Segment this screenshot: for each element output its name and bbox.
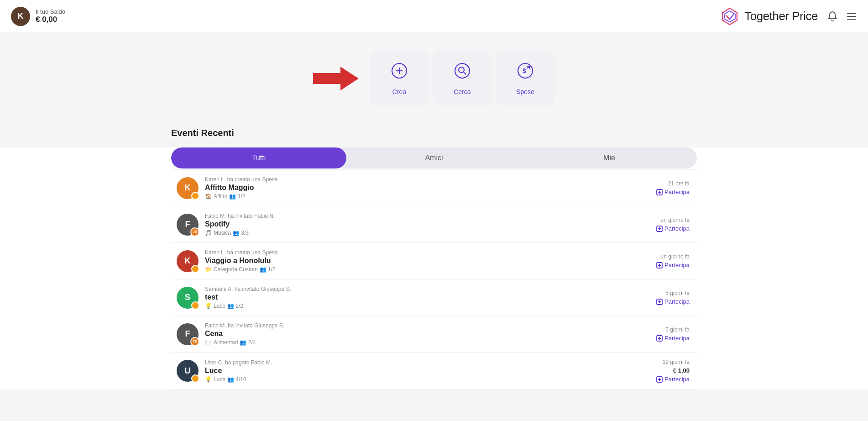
- crea-icon: [391, 62, 408, 84]
- svg-marker-1: [724, 11, 735, 22]
- event-people: 👥 2/2: [227, 303, 243, 309]
- spese-label: Spese: [516, 88, 534, 95]
- event-sub-icon: 🎵: [205, 230, 212, 236]
- main-content: Crea Cerca $: [160, 33, 708, 138]
- event-title: Viaggio a Honolulu: [205, 257, 639, 265]
- event-meta: Fabio M. ha invitato Giuseppe S.: [205, 322, 639, 329]
- svg-line-3: [730, 15, 733, 19]
- event-sub-icon: 🍽️: [205, 339, 212, 346]
- event-meta: User C. ha pagato Fabio M.: [205, 359, 639, 366]
- action-row: Crea Cerca $: [171, 51, 697, 106]
- event-meta: Karen L. ha creato una Spesa: [205, 176, 639, 183]
- partecipa-button[interactable]: Partecipa: [656, 298, 690, 305]
- event-item: F78Fabio M. ha invitato Giuseppe S.Cena🍽…: [171, 316, 697, 353]
- event-sub-text: Categoria Custom: [214, 266, 258, 273]
- spese-icon: $: [517, 62, 534, 84]
- balance-label: Il tuo Saldo: [36, 8, 65, 15]
- event-item: KKaren L. ha creato una SpesaAffitto Mag…: [171, 169, 697, 206]
- event-avatar: K: [177, 177, 199, 199]
- event-item: SSamuele A. ha invitato Giuseppe S.test💡…: [171, 279, 697, 316]
- event-time: un giorno fa: [661, 253, 690, 260]
- svg-line-13: [464, 72, 466, 74]
- svg-text:$: $: [523, 67, 526, 74]
- event-avatar: U: [177, 360, 199, 382]
- menu-button[interactable]: [846, 11, 857, 22]
- event-body: Karen L. ha creato una SpesaViaggio a Ho…: [205, 249, 639, 273]
- event-avatar: F78: [177, 214, 199, 236]
- event-time: 5 giorni fa: [665, 326, 690, 333]
- event-time: un giorno fa: [661, 217, 690, 223]
- spese-button[interactable]: $ Spese: [496, 51, 555, 106]
- event-item: UUser C. ha pagato Fabio M.Luce💡Luce👥 4/…: [171, 353, 697, 389]
- event-sub: 🎵Musica👥 3/5: [205, 230, 639, 236]
- event-list: KKaren L. ha creato una SpesaAffitto Mag…: [171, 169, 697, 389]
- event-body: Fabio M. ha invitato Giuseppe S.Cena🍽️Al…: [205, 322, 639, 346]
- event-people: 👥 1/2: [260, 266, 276, 273]
- event-body: User C. ha pagato Fabio M.Luce💡Luce👥 4/1…: [205, 359, 639, 383]
- crea-button[interactable]: Crea: [370, 51, 429, 106]
- event-people: 👥 4/10: [227, 376, 246, 383]
- logo-area: Together Price: [720, 6, 818, 26]
- event-avatar: F78: [177, 323, 199, 345]
- event-sub: 💡Luce👥 4/10: [205, 376, 639, 383]
- notification-button[interactable]: [827, 11, 838, 22]
- event-sub-text: Alimentari: [214, 339, 238, 346]
- section-title: Eventi Recenti: [171, 128, 697, 138]
- event-body: Samuele A. ha invitato Giuseppe S.test💡L…: [205, 286, 639, 309]
- event-people: 👥 2/4: [240, 339, 256, 346]
- user-avatar: K: [11, 7, 30, 26]
- arrow-icon: [313, 65, 359, 92]
- event-right: 5 giorni fa Partecipa: [639, 290, 690, 305]
- logo-text: Together Price: [744, 9, 818, 23]
- event-meta: Samuele A. ha invitato Giuseppe S.: [205, 286, 639, 292]
- event-sub: 🍽️Alimentari👥 2/4: [205, 339, 639, 346]
- svg-point-12: [459, 67, 464, 73]
- partecipa-button[interactable]: Partecipa: [656, 225, 690, 232]
- event-people: 👥 1/2: [229, 193, 245, 200]
- event-right: un giorno fa Partecipa: [639, 217, 690, 232]
- event-title: Affitto Maggio: [205, 184, 639, 192]
- partecipa-button[interactable]: Partecipa: [656, 376, 690, 383]
- event-title: Spotify: [205, 220, 639, 228]
- event-sub-text: Musica: [214, 230, 231, 236]
- tabs-row: TuttiAmiciMie: [171, 147, 697, 168]
- partecipa-button[interactable]: Partecipa: [656, 189, 690, 195]
- event-sub-icon: 📁: [205, 266, 212, 273]
- cerca-button[interactable]: Cerca: [433, 51, 492, 106]
- crea-label: Crea: [392, 88, 406, 95]
- partecipa-button[interactable]: Partecipa: [656, 262, 690, 268]
- event-time: 21 ore fa: [668, 180, 690, 187]
- header-icons: [827, 11, 857, 22]
- events-section: TuttiAmiciMie KKaren L. ha creato una Sp…: [0, 147, 868, 389]
- header: K Il tuo Saldo € 0,00 Together Price: [0, 0, 868, 33]
- event-right: 5 giorni fa Partecipa: [639, 326, 690, 342]
- tab-tutti[interactable]: Tutti: [171, 147, 346, 168]
- event-sub-text: Luce: [214, 303, 225, 309]
- event-price: € 1,00: [673, 367, 690, 374]
- header-left: K Il tuo Saldo € 0,00: [11, 7, 65, 26]
- event-body: Fabio M. ha invitato Fabio N.Spotify🎵Mus…: [205, 213, 639, 236]
- event-right: un giorno fa Partecipa: [639, 253, 690, 268]
- balance-amount: € 0,00: [36, 15, 65, 24]
- partecipa-button[interactable]: Partecipa: [656, 335, 690, 342]
- svg-line-2: [726, 16, 730, 19]
- tab-amici[interactable]: Amici: [346, 147, 522, 168]
- event-sub: 🏠Affitto👥 1/2: [205, 193, 639, 200]
- cerca-label: Cerca: [454, 88, 471, 95]
- event-item: KKaren L. ha creato una SpesaViaggio a H…: [171, 243, 697, 279]
- event-time: 5 giorni fa: [665, 290, 690, 296]
- event-sub-text: Affitto: [214, 193, 227, 200]
- tab-mie[interactable]: Mie: [522, 147, 697, 168]
- event-meta: Karen L. ha creato una Spesa: [205, 249, 639, 256]
- header-right: Together Price: [720, 6, 857, 26]
- event-sub-icon: 💡: [205, 376, 212, 383]
- svg-point-11: [455, 63, 470, 78]
- event-right: 19 giorni fa€ 1,00 Partecipa: [639, 359, 690, 383]
- event-right: 21 ore fa Partecipa: [639, 180, 690, 195]
- logo-icon: [720, 6, 740, 26]
- event-sub-icon: 💡: [205, 303, 212, 309]
- event-body: Karen L. ha creato una SpesaAffitto Magg…: [205, 176, 639, 200]
- event-title: Cena: [205, 330, 639, 338]
- event-sub: 💡Luce👥 2/2: [205, 303, 639, 309]
- balance-info: Il tuo Saldo € 0,00: [36, 8, 65, 24]
